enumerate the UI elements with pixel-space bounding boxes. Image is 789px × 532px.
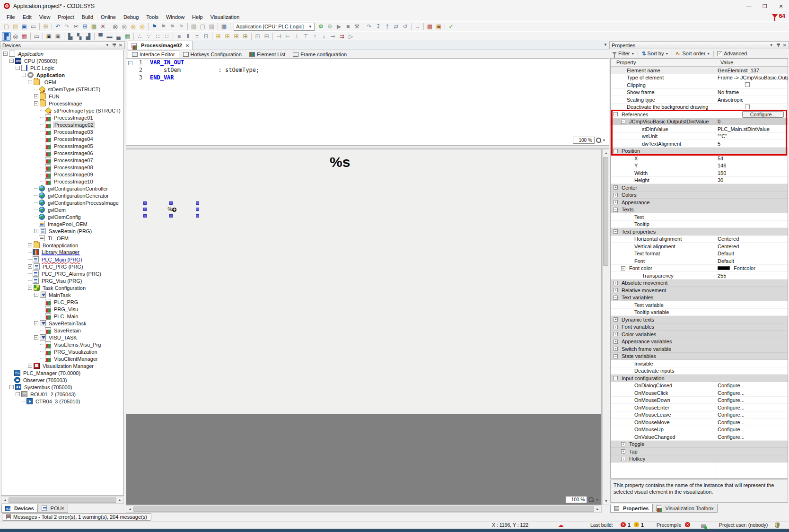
undo-icon[interactable]: ↶ bbox=[53, 22, 62, 31]
property-row-width[interactable]: Width150 bbox=[611, 169, 788, 177]
resize-handle-s[interactable] bbox=[169, 214, 173, 218]
property-row-position[interactable]: −Position bbox=[611, 148, 788, 155]
expander-icon[interactable]: − bbox=[621, 120, 625, 124]
expander-icon[interactable]: − bbox=[3, 52, 8, 56]
tree-item-plc-prg-prg[interactable]: +PLC_PRG (PRG) bbox=[1, 263, 123, 270]
previous-bookmark-icon[interactable]: ⚑ bbox=[159, 22, 168, 31]
visualization-canvas[interactable]: %s %s bbox=[126, 149, 602, 505]
find-incremental-icon[interactable]: ◎ bbox=[120, 22, 129, 31]
tree-item-bootapplication[interactable]: +Bootapplication bbox=[1, 242, 123, 249]
step-into-icon[interactable]: ↧ bbox=[374, 22, 383, 31]
tree-item-saveretain[interactable]: SaveRetain bbox=[1, 327, 123, 334]
advanced-checkbox[interactable]: ✓ Advanced bbox=[717, 51, 747, 56]
checkbox[interactable] bbox=[745, 105, 750, 109]
tree-item-gvlconfigurationgenerator[interactable]: gvlConfigurationGenerator bbox=[1, 192, 123, 199]
property-row-onmouseenter[interactable]: OnMouseEnterConfigure... bbox=[611, 404, 788, 411]
property-value[interactable]: Configure... bbox=[718, 405, 745, 410]
expander-icon[interactable]: + bbox=[28, 243, 32, 247]
property-row-absolute-movement[interactable]: +Absolute movement bbox=[611, 279, 788, 287]
tree-item-application[interactable]: −Application bbox=[1, 71, 123, 78]
property-row-texts[interactable]: −Texts bbox=[611, 206, 788, 214]
code-line-3[interactable]: 3END_VAR bbox=[126, 74, 609, 81]
property-row-onmouseleave[interactable]: OnMouseLeaveConfigure... bbox=[611, 411, 788, 419]
expander-icon[interactable]: + bbox=[614, 185, 618, 190]
visu-horizontal-scrollbar[interactable]: ◄ ► bbox=[126, 506, 602, 513]
panel-tab-properties[interactable]: Properties bbox=[610, 504, 652, 513]
copy-project-icon[interactable]: ⊞ bbox=[41, 22, 50, 31]
property-row-font[interactable]: FontDefault bbox=[611, 257, 788, 265]
tree-item-prg-visu[interactable]: PRG_Visu bbox=[1, 305, 123, 313]
panel-tab-pous[interactable]: POUs bbox=[38, 504, 68, 513]
menu-window[interactable]: Window bbox=[162, 13, 188, 21]
tree-item-processimage06[interactable]: ProcessImage06 bbox=[1, 149, 123, 157]
expander-icon[interactable]: − bbox=[28, 80, 32, 84]
tree-item-processimage07[interactable]: ProcessImage07 bbox=[1, 157, 123, 164]
anchor-top-icon[interactable]: ⊥ bbox=[292, 32, 301, 41]
distribute-v-2-icon[interactable]: ∷ bbox=[162, 32, 171, 41]
code-line-2[interactable]: 2 stOem : stOemType; bbox=[126, 66, 609, 74]
element-list-view-icon[interactable]: ▦ bbox=[20, 32, 29, 41]
tree-item-plc-logic[interactable]: −PLC Logic bbox=[1, 64, 123, 71]
panel-menu-icon[interactable]: ▼ bbox=[105, 43, 109, 47]
distribute-h-1-icon[interactable]: ∴ bbox=[135, 32, 144, 41]
expander-icon[interactable]: + bbox=[614, 281, 618, 285]
tree-item-cpu-705003[interactable]: −CPU (705003) bbox=[1, 57, 123, 64]
expander-icon[interactable]: − bbox=[16, 66, 20, 70]
scroll-thumb[interactable] bbox=[9, 497, 116, 503]
tree-item-processimage09[interactable]: ProcessImage09 bbox=[1, 171, 123, 178]
property-row-text-properties[interactable]: −Text properties bbox=[611, 228, 788, 235]
panel-close-icon[interactable]: ✕ bbox=[783, 43, 787, 48]
expander-icon[interactable]: + bbox=[614, 200, 618, 204]
subtab-hotkeys-configuration[interactable]: Hotkeys Configuration bbox=[179, 51, 245, 58]
interface-editor-pane[interactable]: −1VAR_IN_OUT2 stOem : stOemType;3END_VAR… bbox=[126, 58, 609, 146]
resize-handle-nw[interactable] bbox=[143, 201, 147, 205]
tree-item-visuclientmanager[interactable]: VisuClientManager bbox=[1, 355, 123, 362]
paste-icon[interactable]: ▦ bbox=[89, 22, 98, 31]
close-button[interactable]: ✕ bbox=[773, 0, 789, 12]
size-grid-icon[interactable]: ▦ bbox=[123, 32, 132, 41]
expander-icon[interactable]: − bbox=[9, 59, 14, 63]
reset-warm-icon[interactable]: ↺ bbox=[401, 22, 410, 31]
tree-item-plc-prg-alarms-prg[interactable]: PLC_PRG_Alarms (PRG) bbox=[1, 270, 123, 277]
maximize-button[interactable]: ❐ bbox=[757, 0, 773, 12]
property-row-x[interactable]: X54 bbox=[611, 155, 788, 162]
property-row-height[interactable]: Height30 bbox=[611, 177, 788, 184]
property-row-jcmpvisubasic-outputstdintvalue[interactable]: −JCmpVisuBasic.OutputstDintValue0 bbox=[611, 118, 788, 126]
expander-icon[interactable]: − bbox=[22, 73, 26, 77]
pin-icon[interactable] bbox=[113, 43, 116, 47]
tree-item-imagepool-oem[interactable]: ImagePool_OEM bbox=[1, 220, 123, 227]
step-over-icon[interactable]: ↷ bbox=[365, 22, 374, 31]
expander-icon[interactable]: + bbox=[621, 449, 625, 454]
property-row-appearance[interactable]: +Appearance bbox=[611, 199, 788, 206]
watch-list-icon[interactable]: ▦ bbox=[219, 22, 228, 31]
copy-icon[interactable]: ⊞ bbox=[80, 22, 89, 31]
expander-icon[interactable]: − bbox=[34, 101, 38, 105]
delete-icon[interactable]: ✕ bbox=[98, 22, 107, 31]
stop-icon[interactable]: ■ bbox=[343, 22, 352, 31]
property-row-element-name[interactable]: Element nameGenElemInst_137 bbox=[611, 67, 788, 74]
property-row-stdintvalue[interactable]: stDintValuePLC_Main.stDintValue bbox=[611, 125, 788, 133]
property-row-text-variable[interactable]: Text variable bbox=[611, 301, 788, 309]
visu-zoom-level[interactable]: 100 % bbox=[565, 496, 587, 503]
property-row-ondialogclosed[interactable]: OnDialogClosedConfigure... bbox=[611, 382, 788, 390]
tree-item-systembus-705000[interactable]: −Systembus (705000) bbox=[1, 384, 123, 391]
expander-icon[interactable]: − bbox=[34, 321, 38, 325]
expander-icon[interactable]: − bbox=[614, 149, 618, 153]
tree-item-oem[interactable]: −-OEM bbox=[1, 78, 123, 86]
tree-item-gvlconfigurationcontroller[interactable]: gvlConfigurationController bbox=[1, 185, 123, 192]
expander-icon[interactable]: + bbox=[28, 364, 32, 368]
color-swatch[interactable] bbox=[718, 266, 730, 270]
visu-style-b-icon[interactable]: ▣ bbox=[53, 32, 62, 41]
subtab-frame-configuration[interactable]: Frame configuration bbox=[289, 51, 351, 58]
anchor-right-icon[interactable]: ⊢ bbox=[283, 32, 292, 41]
tree-item-fun[interactable]: +FUN bbox=[1, 93, 123, 100]
subtab-interface-editor[interactable]: Interface Editor bbox=[128, 51, 179, 58]
expander-icon[interactable]: + bbox=[614, 288, 618, 292]
menu-edit[interactable]: Edit bbox=[19, 13, 35, 21]
resize-handle-sw[interactable] bbox=[143, 214, 147, 218]
property-value[interactable]: Configure... bbox=[718, 427, 745, 432]
tree-item-saveretaintask[interactable]: −SaveRetainTask bbox=[1, 320, 123, 327]
code-zoom-level[interactable]: 100 % bbox=[573, 137, 595, 144]
property-row-deactivate-inputs[interactable]: Deactivate inputs bbox=[611, 367, 788, 375]
property-row-horizontal-alignment[interactable]: Horizontal alignmentCentered bbox=[611, 235, 788, 243]
